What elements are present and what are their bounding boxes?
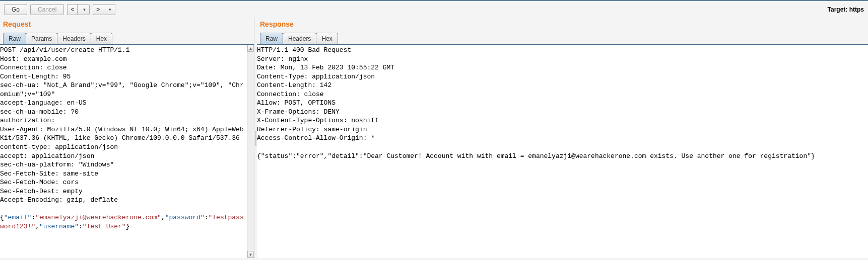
go-button[interactable]: Go [4,4,27,15]
json-string: "Test User" [83,223,126,230]
tab-raw[interactable]: Raw [260,33,283,44]
request-content-wrap: POST /api/v1/user/create HTTP/1.1 Host: … [0,44,254,258]
json-key: "password" [165,214,205,221]
request-editor[interactable]: POST /api/v1/user/create HTTP/1.1 Host: … [0,45,254,258]
response-viewer[interactable]: HTTP/1.1 400 Bad Request Server: nginx D… [257,45,868,258]
nav-forward-group: > ▼ [93,4,115,15]
toolbar: Go Cancel < ▼ > ▼ Target: https [0,1,868,18]
response-pane: Response Raw Headers Hex HTTP/1.1 400 Ba… [257,18,868,258]
back-dropdown-button[interactable]: ▼ [77,4,90,15]
json-key: "username" [39,223,79,230]
request-headers-text: POST /api/v1/user/create HTTP/1.1 Host: … [0,46,244,204]
tab-hex[interactable]: Hex [91,33,112,44]
forward-button[interactable]: > [93,4,103,15]
json-string: "emanelyazji@wearehackerone.com" [35,214,161,221]
forward-dropdown-button[interactable]: ▼ [103,4,115,15]
tab-hex[interactable]: Hex [316,33,338,44]
tab-params[interactable]: Params [26,33,57,44]
tab-headers[interactable]: Headers [283,33,316,44]
target-label: Target: https [828,6,864,13]
caret-down-icon: ▼ [108,8,112,12]
tab-raw[interactable]: Raw [3,33,26,44]
request-pane: Request Raw Params Headers Hex POST /api… [0,18,254,258]
scroll-up-button[interactable]: ▲ [247,45,254,52]
chevron-right-icon: > [96,6,100,13]
tab-headers[interactable]: Headers [57,33,91,44]
response-title: Response [257,18,868,32]
json-key: "email" [4,214,32,221]
request-tabs: Raw Params Headers Hex [0,32,254,44]
response-tabs: Raw Headers Hex [257,32,868,44]
request-title: Request [0,18,254,32]
back-button[interactable]: < [67,4,77,15]
scrollbar[interactable]: ▲ ▼ [247,45,254,258]
caret-down-icon: ▼ [82,8,86,12]
split-panes: Request Raw Params Headers Hex POST /api… [0,18,868,258]
response-content-wrap: HTTP/1.1 400 Bad Request Server: nginx D… [257,44,868,258]
nav-back-group: < ▼ [67,4,90,15]
cancel-button[interactable]: Cancel [30,4,64,15]
scroll-down-button[interactable]: ▼ [247,251,254,258]
chevron-left-icon: < [71,6,74,13]
